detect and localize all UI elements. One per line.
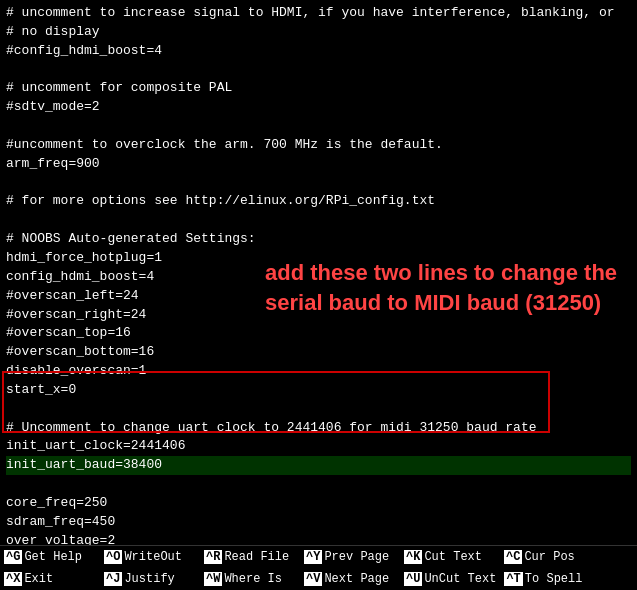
- code-line: #overscan_bottom=16: [6, 343, 631, 362]
- status-label: WriteOut: [124, 550, 182, 564]
- code-line: disable_overscan=1: [6, 362, 631, 381]
- status-label: Cut Text: [424, 550, 482, 564]
- status-row-bottom: ^XExit^JJustify^WWhere Is^VNext Page^UUn…: [0, 568, 637, 590]
- status-item[interactable]: ^VNext Page: [300, 568, 400, 590]
- status-item[interactable]: ^KCut Text: [400, 546, 500, 568]
- code-line: init_uart_clock=2441406: [6, 437, 631, 456]
- status-label: Cur Pos: [524, 550, 574, 564]
- annotation-text: add these two lines to change the serial…: [265, 258, 625, 317]
- status-key: ^K: [404, 550, 422, 564]
- code-line: #overscan_top=16: [6, 324, 631, 343]
- status-key: ^J: [104, 572, 122, 586]
- code-line: [6, 211, 631, 230]
- code-editor: # uncomment to increase signal to HDMI, …: [0, 0, 637, 545]
- status-item[interactable]: ^JJustify: [100, 568, 200, 590]
- status-bar: ^GGet Help^OWriteOut^RRead File^YPrev Pa…: [0, 545, 637, 590]
- status-label: Exit: [24, 572, 53, 586]
- status-key: ^R: [204, 550, 222, 564]
- status-label: Get Help: [24, 550, 82, 564]
- status-key: ^V: [304, 572, 322, 586]
- status-label: Read File: [224, 550, 289, 564]
- code-line: init_uart_baud=38400: [6, 456, 631, 475]
- code-line: sdram_freq=450: [6, 513, 631, 532]
- status-key: ^O: [104, 550, 122, 564]
- status-key: ^Y: [304, 550, 322, 564]
- code-line: [6, 174, 631, 193]
- status-label: UnCut Text: [424, 572, 496, 586]
- status-item[interactable]: ^CCur Pos: [500, 546, 600, 568]
- status-key: ^C: [504, 550, 522, 564]
- status-row-top: ^GGet Help^OWriteOut^RRead File^YPrev Pa…: [0, 546, 637, 568]
- status-item[interactable]: ^TTo Spell: [500, 568, 600, 590]
- status-label: To Spell: [525, 572, 583, 586]
- code-line: [6, 117, 631, 136]
- code-line: #sdtv_mode=2: [6, 98, 631, 117]
- status-key: ^X: [4, 572, 22, 586]
- status-label: Next Page: [324, 572, 389, 586]
- status-item[interactable]: ^YPrev Page: [300, 546, 400, 568]
- code-line: #config_hdmi_boost=4: [6, 42, 631, 61]
- status-key: ^U: [404, 572, 422, 586]
- code-line: # no display: [6, 23, 631, 42]
- code-line: # NOOBS Auto-generated Settings:: [6, 230, 631, 249]
- code-line: [6, 475, 631, 494]
- status-label: Justify: [124, 572, 174, 586]
- status-label: Where Is: [224, 572, 282, 586]
- code-line: # for more options see http://elinux.org…: [6, 192, 631, 211]
- code-line: core_freq=250: [6, 494, 631, 513]
- code-line: [6, 400, 631, 419]
- code-line: # uncomment to increase signal to HDMI, …: [6, 4, 631, 23]
- status-item[interactable]: ^XExit: [0, 568, 100, 590]
- status-item[interactable]: ^GGet Help: [0, 546, 100, 568]
- status-item[interactable]: ^RRead File: [200, 546, 300, 568]
- code-line: over_voltage=2: [6, 532, 631, 545]
- code-line: start_x=0: [6, 381, 631, 400]
- code-line: arm_freq=900: [6, 155, 631, 174]
- status-item[interactable]: ^UUnCut Text: [400, 568, 500, 590]
- code-line: [6, 61, 631, 80]
- code-line: # uncomment for composite PAL: [6, 79, 631, 98]
- status-key: ^G: [4, 550, 22, 564]
- code-line: #uncomment to overclock the arm. 700 MHz…: [6, 136, 631, 155]
- code-line: # Uncomment to change uart clock to 2441…: [6, 419, 631, 438]
- status-item[interactable]: ^WWhere Is: [200, 568, 300, 590]
- status-key: ^T: [504, 572, 522, 586]
- status-label: Prev Page: [324, 550, 389, 564]
- status-key: ^W: [204, 572, 222, 586]
- status-item[interactable]: ^OWriteOut: [100, 546, 200, 568]
